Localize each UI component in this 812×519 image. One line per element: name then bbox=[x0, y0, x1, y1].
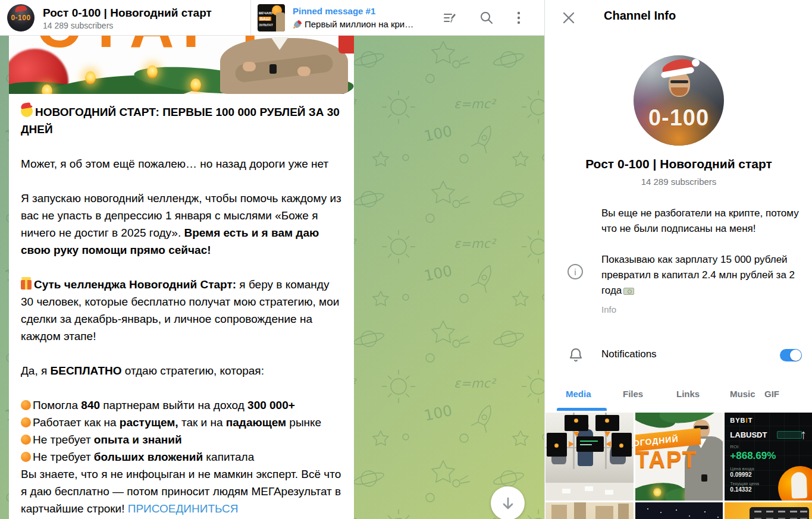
panel-title: Channel Info bbox=[604, 9, 676, 23]
current-price-label: Текущая цена bbox=[730, 481, 759, 486]
channel-name: Рост 0-100 | Новогодний старт bbox=[545, 157, 812, 171]
post-paragraph: НОВОГОДНИЙ СТАРТ: ПЕРВЫЕ 100 000 РУБЛЕЙ … bbox=[21, 103, 342, 138]
media-thumbnail-bybit[interactable]: BYBIT LABUSDT ROI +868.69% Цена входа 0.… bbox=[725, 413, 812, 501]
rocket-emoji bbox=[293, 20, 302, 29]
join-link[interactable]: ПРИСОЕДИНИТЬСЯ bbox=[128, 502, 239, 515]
post-paragraph: Не требует опыта и знаний bbox=[21, 431, 342, 448]
media-thumbnail-night-sky[interactable] bbox=[635, 502, 723, 519]
santa-emoji bbox=[21, 105, 33, 117]
tab-music[interactable]: Music bbox=[730, 389, 755, 399]
post-paragraph: Я запускаю новогодний челлендж, чтобы по… bbox=[21, 190, 342, 259]
wrist-watch bbox=[269, 64, 277, 74]
post-paragraph: Вы знаете, что я не инфоцыган и не мамки… bbox=[21, 465, 342, 517]
pinned-list-icon[interactable] bbox=[441, 8, 460, 27]
description-line: Вы еще не разбогатели на крипте, потому … bbox=[601, 206, 807, 237]
pinned-message-bar[interactable]: ВЕЧАЮ ВАШ ЗУЛЬТАТ Pinned message #1 Перв… bbox=[250, 0, 435, 36]
orange-circle-emoji bbox=[21, 452, 31, 462]
post-text: НОВОГОДНИЙ СТАРТ: ПЕРВЫЕ 100 000 РУБЛЕЙ … bbox=[9, 94, 354, 519]
money-wings-emoji bbox=[623, 288, 634, 295]
big-title-word: ТАРТ bbox=[635, 447, 697, 473]
up-arrow: ↑ bbox=[800, 427, 807, 442]
orange-circle-emoji bbox=[21, 435, 31, 445]
post-paragraph: Работает как на растущем, так и на падаю… bbox=[21, 414, 342, 431]
subscriber-count: 14 289 subscribers bbox=[545, 177, 812, 187]
entry-price-label: Цена входа bbox=[730, 466, 754, 471]
pinned-message-label[interactable]: Pinned message #1 bbox=[293, 6, 375, 16]
post-paragraph: Помогла 840 партнерам выйти на доход 300… bbox=[21, 397, 342, 414]
tab-links[interactable]: Links bbox=[676, 389, 700, 399]
pinned-message-thumbnail[interactable]: ВЕЧАЮ ВАШ ЗУЛЬТАТ bbox=[258, 4, 285, 32]
leverage-badge bbox=[777, 431, 802, 439]
post-paragraph: Не требует больших вложений капитала bbox=[21, 448, 342, 465]
info-label: Info bbox=[601, 302, 807, 317]
tab-gif[interactable]: GIF bbox=[764, 389, 779, 399]
current-price-value: 0.14332 bbox=[730, 486, 751, 493]
rocket-graphic bbox=[772, 460, 812, 501]
man-in-suit bbox=[208, 36, 354, 94]
santa-hat bbox=[14, 5, 27, 12]
subscriber-count: 14 289 subscribers bbox=[43, 21, 113, 30]
tab-files[interactable]: Files bbox=[623, 389, 643, 399]
pinned-message-preview[interactable]: Первый миллион на кри… bbox=[293, 19, 413, 29]
notifications-toggle[interactable] bbox=[780, 349, 802, 361]
search-icon[interactable] bbox=[477, 8, 496, 27]
garland-light bbox=[190, 78, 201, 92]
post-paragraph: Да, я БЕСПЛАТНО отдаю стратегию, которая… bbox=[21, 362, 342, 379]
media-thumbnail-city[interactable] bbox=[545, 502, 634, 519]
garland-light bbox=[42, 84, 52, 94]
scroll-down-button[interactable] bbox=[491, 486, 525, 519]
orange-circle-emoji bbox=[21, 417, 31, 427]
more-menu-icon[interactable] bbox=[509, 8, 528, 27]
close-icon[interactable] bbox=[561, 10, 576, 26]
channel-avatar[interactable]: 0-100 bbox=[7, 4, 35, 32]
description-line: Показываю как зарплату 15 000 рублей пре… bbox=[601, 252, 807, 298]
post-paragraph: Может, я об этом ещё пожалею… но назад д… bbox=[21, 155, 342, 172]
chat-column: ε=mc² 100 СТАРТ bbox=[0, 0, 544, 519]
media-thumbnail-newyear[interactable]: ОГОДНИЙ ТАРТ bbox=[635, 413, 723, 501]
post-paragraph: Суть челленджа Новогодний Старт: я беру … bbox=[21, 276, 342, 345]
entry-price-value: 0.09992 bbox=[730, 471, 751, 478]
channel-description[interactable]: Вы еще не разбогатели на крипте, потому … bbox=[601, 206, 807, 317]
thumb-person bbox=[276, 12, 285, 32]
channel-info-panel: Channel Info 0-100 Рост 0-100 | Новогодн… bbox=[544, 0, 812, 519]
media-thumbnail-office[interactable] bbox=[545, 413, 634, 501]
orange-circle-emoji bbox=[21, 400, 31, 410]
notifications-label: Notifications bbox=[601, 348, 657, 360]
active-tab-underline bbox=[557, 408, 607, 411]
channel-title[interactable]: Рост 0-100 | Новогодний старт bbox=[43, 7, 212, 20]
roi-value: +868.69% bbox=[730, 450, 776, 462]
bybit-logo: BYBIT bbox=[730, 417, 753, 424]
red-decor bbox=[338, 36, 354, 54]
trading-pair: LABUSDT bbox=[730, 430, 767, 439]
garland-light bbox=[85, 71, 96, 84]
media-grid: ОГОДНИЙ ТАРТ BYBIT LABUSDT ROI +868.69% … bbox=[545, 413, 812, 519]
chat-header: 0-100 Рост 0-100 | Новогодний старт 14 2… bbox=[0, 0, 544, 36]
info-icon: i bbox=[568, 264, 583, 279]
roi-label: ROI bbox=[730, 444, 738, 449]
channel-profile-photo[interactable]: 0-100 bbox=[634, 55, 724, 146]
bell-icon bbox=[568, 347, 584, 363]
channel-post: СТАРТ НОВОГОДНИЙ СТАРТ: ПЕРВЫЕ 100 000 Р… bbox=[9, 36, 354, 519]
arrow-down-icon bbox=[500, 496, 516, 511]
gift-emoji bbox=[21, 280, 32, 290]
media-thumbnail-spreadsheet[interactable] bbox=[725, 502, 812, 519]
garland-light bbox=[147, 65, 158, 78]
post-image[interactable]: СТАРТ bbox=[9, 36, 354, 94]
tab-media[interactable]: Media bbox=[566, 389, 591, 399]
